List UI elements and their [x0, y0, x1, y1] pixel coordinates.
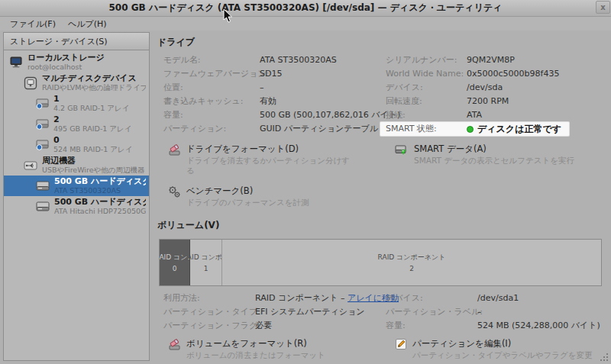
field-label: シリアルナンバー:	[386, 53, 467, 67]
smart-data-button[interactable]: SMART データ(A) SMART データの表示とセルフテストを実行	[395, 143, 611, 166]
field-label: パーティション・フラグ:	[163, 319, 255, 333]
sidebar-item-subtitle: ATA Hitachi HDP725050GLA360	[54, 207, 146, 216]
sidebar-item-subtitle: 524 MB RAID-1 アレイ	[53, 145, 132, 154]
field-label: 位置:	[163, 81, 260, 95]
field-label: ファームウェアバージョン:	[163, 67, 260, 81]
menu-help[interactable]: ヘルプ(H)	[63, 18, 112, 31]
field-label: World Wide Name:	[386, 67, 467, 81]
drive-section-title: ドライブ	[153, 31, 611, 53]
format-drive-button[interactable]: ドライブをフォーマット(D) ドライブを消去するかパーティション分けする	[168, 143, 386, 176]
raid-array-icon	[36, 118, 49, 130]
sidebar-item-title: 500 GB ハードディスク	[54, 198, 146, 207]
multidisk-icon	[24, 76, 37, 90]
sidebar-item-subtitle: root@localhost	[27, 63, 105, 72]
format-volume-button[interactable]: ボリュームをフォーマット(R) ボリュームの消去またはフォーマット	[168, 338, 386, 360]
sidebar-item-title: マルチディスクデバイス	[42, 74, 146, 83]
menu-file[interactable]: ファイル(F)	[5, 18, 61, 31]
drive-details: モデル名:ATA ST3500320AS ファームウェアバージョン:SD15 位…	[153, 53, 611, 136]
field-value: 500 GB (500,107,862,016 バイト)	[260, 108, 400, 122]
sidebar-item-subtitle: RAIDやLVMや他の論理ドライブ	[42, 83, 146, 92]
segment-label: RAID コンポ…	[190, 253, 222, 263]
harddisk-icon	[36, 201, 50, 211]
action-label: SMART データ(A)	[414, 143, 574, 155]
segment-number: 0	[173, 265, 177, 272]
format-eraser-icon	[168, 143, 181, 156]
volume-segment-raid-0[interactable]: RAID コン… 0	[160, 240, 190, 285]
sidebar-item-raid-array-0[interactable]: 0 524 MB RAID-1 アレイ	[4, 134, 149, 155]
field-value: 必要	[255, 319, 272, 333]
raid-array-icon	[36, 98, 49, 109]
field-label: 容量:	[163, 108, 260, 122]
volume-section-title: ボリューム(V)	[153, 214, 611, 237]
smart-data-icon	[395, 143, 409, 156]
segment-number: 2	[409, 265, 414, 272]
benchmark-button[interactable]: ベンチマーク(B) ドライブのパフォーマンスを計測	[168, 185, 386, 208]
sidebar-item-multidisk-devices[interactable]: マルチディスクデバイス RAIDやLVMや他の論理ドライブ	[4, 72, 149, 93]
usb-icon	[24, 160, 37, 171]
field-label: デバイス:	[386, 81, 467, 95]
field-value: 0x5000c5000b98f435	[467, 67, 559, 81]
drive-actions: ドライブをフォーマット(D) ドライブを消去するかパーティション分けする	[153, 143, 611, 208]
field-label: パーティション:	[163, 122, 260, 136]
sidebar-header: ストレージ・デバイス(S)	[4, 33, 149, 50]
sidebar-item-peripherals[interactable]: 周辺機器 USBやFireWireや他の周辺機器	[4, 155, 149, 176]
field-label: パーティション・タイプ:	[163, 305, 255, 319]
main-panel: ドライブ モデル名:ATA ST3500320AS ファームウェアバージョン:S…	[153, 31, 611, 364]
action-desc: ボリュームの消去またはフォーマット	[186, 350, 325, 360]
sidebar-item-raid-array-2[interactable]: 2 495 GB RAID-1 アレイ	[4, 114, 149, 134]
segment-number: 1	[204, 265, 209, 272]
sidebar-storage-devices: ストレージ・デバイス(S) ローカルストレージ root@localhost マ…	[3, 32, 150, 361]
field-value: /dev/sda1	[477, 292, 519, 305]
sidebar-item-raid-array-1[interactable]: 1 4.2 GB RAID-1 アレイ	[4, 93, 149, 114]
action-label: ベンチマーク(B)	[186, 185, 309, 197]
status-ok-dot	[467, 126, 474, 133]
field-value: /dev/sda	[467, 81, 503, 95]
field-value: SD15	[260, 67, 282, 81]
sidebar-item-subtitle: 495 GB RAID-1 アレイ	[53, 124, 132, 134]
sidebar-item-title: 1	[53, 95, 130, 104]
field-label: 書き込みキャッシュ:	[163, 95, 260, 108]
sidebar-item-subtitle: USBやFireWireや他の周辺機器	[42, 166, 145, 175]
action-desc: SMART データの表示とセルフテストを実行	[414, 156, 574, 166]
edit-pencil-icon	[395, 338, 407, 350]
field-value: –	[260, 81, 264, 95]
field-value: 有効	[260, 95, 276, 108]
close-button[interactable]: x	[596, 1, 610, 14]
sidebar-item-local-storage[interactable]: ローカルストレージ root@localhost	[4, 52, 149, 72]
edit-partition-button[interactable]: パーティションを編集(I) パーティション・タイプやラベルやフラグを変更	[395, 338, 611, 360]
sidebar-item-subtitle: ATA ST3500320AS	[54, 186, 146, 195]
field-value: 7200 RPM	[467, 95, 509, 108]
raid-array-icon	[36, 139, 49, 150]
computer-icon	[10, 56, 23, 68]
resize-grip[interactable]	[600, 353, 609, 362]
segment-label: RAID コンポーネント	[378, 253, 446, 263]
action-label: パーティションを編集(I)	[412, 338, 592, 350]
window-title: 500 GB ハードディスク (ATA ST3500320AS) [/dev/s…	[109, 2, 503, 14]
sidebar-item-harddisk-500gb-hitachi[interactable]: 500 GB ハードディスク ATA Hitachi HDP725050GLA3…	[4, 196, 149, 217]
action-desc: ドライブを消去するかパーティション分けする	[186, 156, 351, 176]
volume-actions: ボリュームをフォーマット(R) ボリュームの消去またはフォーマット ✕ パーティ…	[153, 338, 611, 364]
format-eraser-icon	[168, 338, 181, 351]
field-label: デバイス:	[386, 292, 477, 305]
sidebar-item-title: 500 GB ハードディスク	[54, 177, 146, 186]
field-label: パーティション・ラベル:	[386, 305, 477, 319]
field-value: GUID パーティションテーブル	[260, 122, 378, 136]
smart-status-label: SMART 状態:	[386, 122, 467, 136]
field-value: 9QM2VM8P	[467, 53, 515, 67]
action-desc: パーティション・タイプやラベルやフラグを変更	[412, 350, 592, 360]
benchmark-gears-icon	[168, 185, 181, 198]
sidebar-item-harddisk-500gb-seagate[interactable]: 500 GB ハードディスク ATA ST3500320AS	[4, 176, 149, 196]
sidebar-item-title: ローカルストレージ	[27, 53, 105, 63]
action-label: ドライブをフォーマット(D)	[186, 143, 351, 155]
smart-status-value: ディスクは正常です	[467, 122, 561, 136]
volume-segment-raid-1[interactable]: RAID コンポ… 1	[190, 240, 222, 285]
smart-status-highlight: SMART 状態: ディスクは正常です	[380, 122, 569, 136]
field-label: 容量:	[386, 319, 477, 333]
sidebar-item-title: 0	[53, 136, 132, 145]
field-value: –	[477, 305, 482, 319]
sidebar-item-title: 2	[53, 115, 132, 124]
volume-segment-raid-2[interactable]: RAID コンポーネント 2	[222, 240, 601, 285]
field-label: モデル名:	[163, 53, 260, 67]
field-value: ATA	[467, 108, 482, 122]
action-desc: ドライブのパフォーマンスを計測	[186, 198, 309, 208]
